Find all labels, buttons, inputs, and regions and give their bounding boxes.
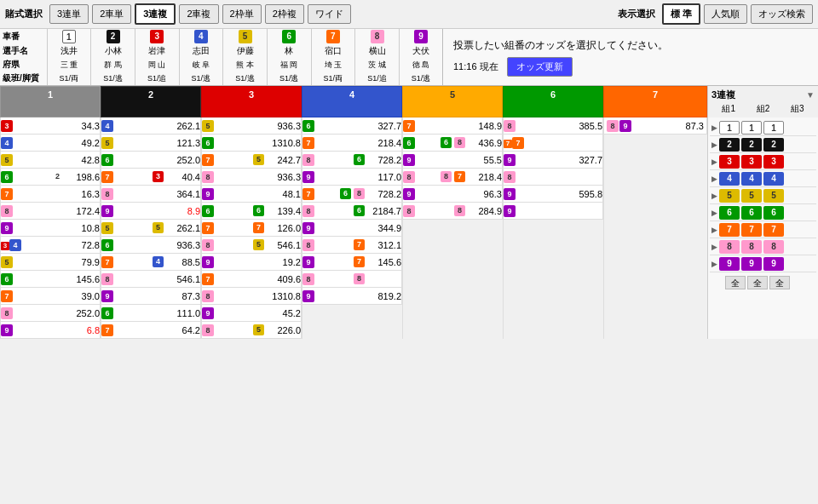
player-name-4: 志田: [179, 44, 223, 58]
odds-row[interactable]: 7 68 728.2: [302, 186, 402, 203]
odds-row[interactable]: 9 344.9: [302, 220, 402, 237]
combo-row[interactable]: ▶ 5 5 5: [710, 187, 816, 204]
odds-row[interactable]: 8 6 728.2: [302, 152, 402, 169]
display-standard[interactable]: 標 準: [662, 3, 700, 25]
odds-row[interactable]: 9 819.2: [302, 288, 402, 305]
bet-2fuku[interactable]: 2車複: [179, 4, 218, 24]
full-btn-3[interactable]: 全: [769, 276, 790, 289]
rp-col2-label: 組2: [757, 103, 770, 115]
combo-row[interactable]: ▶ 9 9 9: [710, 255, 816, 272]
odds-row[interactable]: 9 19.2: [202, 254, 302, 271]
odds-row[interactable]: 6 111.0: [101, 305, 201, 322]
odds-row[interactable]: 9 327.7: [504, 152, 603, 169]
odds-row[interactable]: 6 6 139.4: [202, 203, 302, 220]
combo-row[interactable]: ▶ 8 8 8: [710, 238, 816, 255]
full-btn-1[interactable]: 全: [725, 276, 746, 289]
player-grade-8: S1/追: [355, 72, 400, 85]
betting-label: 賭式選択: [5, 8, 43, 20]
bet-3fuku[interactable]: 3連複: [135, 3, 176, 25]
odds-row[interactable]: 9 117.0: [302, 169, 402, 186]
odds-row[interactable]: 8: [504, 169, 603, 186]
odds-row[interactable]: 8 1310.8: [202, 288, 302, 305]
combo-row[interactable]: ▶ 4 4 4: [710, 170, 816, 187]
odds-row[interactable]: 8 385.5: [504, 117, 603, 135]
odds-row[interactable]: 6 936.3: [101, 237, 201, 254]
display-popular[interactable]: 人気順: [704, 4, 747, 24]
odds-row[interactable]: 8 8: [302, 271, 402, 288]
odds-row[interactable]: 9: [504, 203, 603, 220]
odds-row[interactable]: 9 96.3: [403, 186, 503, 203]
odds-row[interactable]: 9 595.8: [504, 186, 603, 203]
col-header-3: 3: [201, 86, 302, 117]
odds-row[interactable]: 8 936.3: [202, 169, 302, 186]
odds-row[interactable]: 8 546.1: [101, 271, 201, 288]
combo-row[interactable]: ▶ 7 7 7: [710, 221, 816, 238]
odds-row[interactable]: 7 7: [504, 135, 603, 152]
player-pref-3: 岡 山: [135, 58, 179, 72]
odds-row[interactable]: 8 5 546.1: [202, 237, 302, 254]
odds-row[interactable]: 9 48.1: [202, 186, 302, 203]
display-odds-search[interactable]: オッズ検索: [751, 4, 813, 24]
info-section: 投票したい組番のオッズを選択してください。 11:16 現在 オッズ更新: [443, 29, 818, 85]
player-num-7: 7: [311, 29, 355, 44]
player-grade-4: S1/逃: [179, 72, 223, 85]
odds-row[interactable]: 5 5 262.1: [101, 220, 201, 237]
odds-row[interactable]: 9 55.5: [403, 152, 503, 169]
odds-row[interactable]: 9 8.9: [101, 203, 201, 220]
player-name-1: 浅井: [47, 44, 91, 58]
odds-row[interactable]: 9 7 145.6: [302, 254, 402, 271]
full-btn-2[interactable]: 全: [747, 276, 768, 289]
odds-row[interactable]: 8 6 2184.7: [302, 203, 402, 220]
odds-row[interactable]: 7 39.0: [1, 288, 101, 305]
odds-row[interactable]: 9 6.8: [1, 322, 101, 339]
odds-row[interactable]: 6 327.7: [302, 117, 402, 135]
odds-row[interactable]: 9 45.2: [202, 305, 302, 322]
odds-row[interactable]: 7 16.3: [1, 186, 101, 203]
odds-row[interactable]: 6 2 198.6: [1, 169, 101, 186]
odds-update-button[interactable]: オッズ更新: [507, 57, 573, 77]
odds-row[interactable]: 8 252.0: [1, 305, 101, 322]
odds-row[interactable]: 6 145.6: [1, 271, 101, 288]
bet-2tan[interactable]: 2車単: [92, 4, 131, 24]
odds-row[interactable]: 6 252.0: [101, 152, 201, 169]
odds-row[interactable]: 7 7 126.0: [202, 220, 302, 237]
odds-row[interactable]: 7 148.9: [403, 117, 503, 135]
odds-row[interactable]: 7 409.6: [202, 271, 302, 288]
odds-row[interactable]: 5 936.3: [202, 117, 302, 135]
odds-row[interactable]: 5 42.8: [1, 152, 101, 169]
odds-row[interactable]: 4 262.1: [101, 117, 201, 135]
odds-row[interactable]: 7 3 40.4: [101, 169, 201, 186]
odds-row[interactable]: 8 7 312.1: [302, 237, 402, 254]
combo-row[interactable]: ▶ 1 1 1: [710, 119, 816, 136]
odds-row[interactable]: 7 4 88.5: [101, 254, 201, 271]
combo-row[interactable]: ▶ 2 2 2: [710, 136, 816, 153]
combo-row[interactable]: ▶ 6 6 6: [710, 204, 816, 221]
odds-row[interactable]: 8 5 226.0: [202, 322, 302, 339]
odds-row[interactable]: 9 87.3: [101, 288, 201, 305]
odds-row[interactable]: 5 121.3: [101, 135, 201, 152]
odds-row[interactable]: 9 10.8: [1, 220, 101, 237]
combo-row[interactable]: ▶ 3 3 3: [710, 153, 816, 170]
right-panel-combos: ▶ 1 1 1 ▶ 2 2 2 ▶ 3 3 3 ▶ 4 4 4 ▶ 5 5 5 …: [707, 117, 818, 339]
odds-row[interactable]: 4 49.2: [1, 135, 101, 152]
odds-row[interactable]: 6 1310.8: [202, 135, 302, 152]
odds-row[interactable]: 8 172.4: [1, 203, 101, 220]
odds-row[interactable]: 5 79.9: [1, 254, 101, 271]
odds-row[interactable]: 3 4 72.8: [1, 237, 101, 254]
player-pref-5: 熊 本: [223, 58, 268, 72]
odds-row[interactable]: 89 87.3: [604, 117, 707, 135]
odds-row[interactable]: 3 34.3: [1, 117, 101, 135]
odds-row[interactable]: 8 364.1: [101, 186, 201, 203]
odds-row[interactable]: 7 218.4: [302, 135, 402, 152]
bet-2wakufuku[interactable]: 2枠複: [265, 4, 304, 24]
odds-row[interactable]: 8 8 284.9: [403, 203, 503, 220]
col-header-1: 1: [0, 86, 101, 117]
full-row[interactable]: 全 全 全: [710, 274, 816, 291]
bet-3tan[interactable]: 3連単: [49, 4, 89, 24]
odds-row[interactable]: 8 87 218.4: [403, 169, 503, 186]
bet-wide[interactable]: ワイド: [308, 4, 351, 24]
odds-row[interactable]: 7 5 242.7: [202, 152, 302, 169]
bet-2waku[interactable]: 2枠単: [222, 4, 262, 24]
odds-row[interactable]: 7 64.2: [101, 322, 201, 339]
odds-row[interactable]: 6 68 436.9: [403, 135, 503, 152]
